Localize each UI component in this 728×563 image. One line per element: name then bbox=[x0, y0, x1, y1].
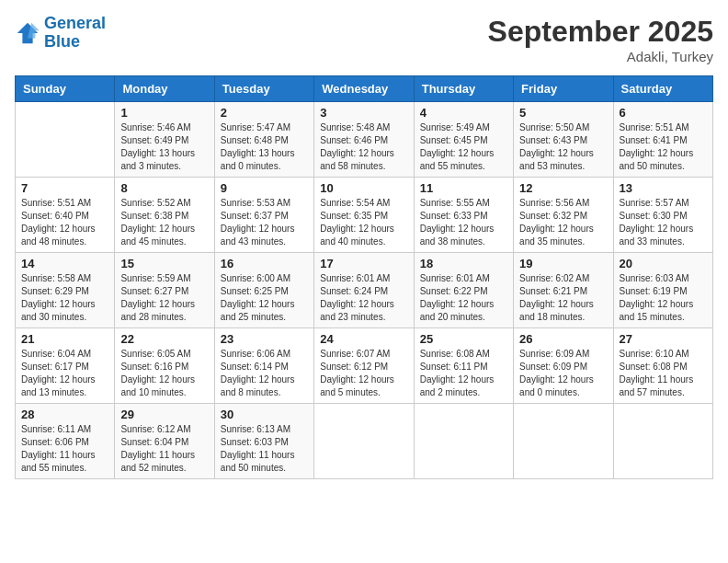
day-cell: 5Sunrise: 5:50 AM Sunset: 6:43 PM Daylig… bbox=[514, 102, 613, 178]
header-wednesday: Wednesday bbox=[314, 76, 414, 102]
day-cell: 25Sunrise: 6:08 AM Sunset: 6:11 PM Dayli… bbox=[414, 328, 513, 404]
day-info: Sunrise: 5:54 AM Sunset: 6:35 PM Dayligh… bbox=[320, 197, 407, 248]
day-cell bbox=[613, 404, 712, 479]
day-cell: 13Sunrise: 5:57 AM Sunset: 6:30 PM Dayli… bbox=[613, 178, 712, 253]
header-thursday: Thursday bbox=[414, 76, 513, 102]
day-cell: 24Sunrise: 6:07 AM Sunset: 6:12 PM Dayli… bbox=[314, 328, 414, 404]
week-row-5: 28Sunrise: 6:11 AM Sunset: 6:06 PM Dayli… bbox=[16, 404, 713, 479]
day-info: Sunrise: 5:51 AM Sunset: 6:40 PM Dayligh… bbox=[21, 197, 108, 248]
day-number: 11 bbox=[420, 181, 507, 195]
header-sunday: Sunday bbox=[16, 76, 115, 102]
day-info: Sunrise: 5:50 AM Sunset: 6:43 PM Dayligh… bbox=[519, 121, 607, 173]
day-cell: 6Sunrise: 5:51 AM Sunset: 6:41 PM Daylig… bbox=[613, 102, 712, 178]
day-info: Sunrise: 6:02 AM Sunset: 6:21 PM Dayligh… bbox=[519, 272, 607, 324]
day-info: Sunrise: 5:59 AM Sunset: 6:27 PM Dayligh… bbox=[120, 272, 208, 324]
day-cell: 28Sunrise: 6:11 AM Sunset: 6:06 PM Dayli… bbox=[16, 404, 115, 479]
day-info: Sunrise: 5:57 AM Sunset: 6:30 PM Dayligh… bbox=[620, 197, 707, 248]
day-number: 3 bbox=[320, 106, 407, 120]
page-header: General Blue September 2025 Adakli, Turk… bbox=[15, 15, 713, 64]
day-cell bbox=[16, 102, 115, 178]
logo-line1: General bbox=[44, 14, 106, 32]
day-number: 15 bbox=[120, 257, 208, 270]
header-row: SundayMondayTuesdayWednesdayThursdayFrid… bbox=[16, 76, 713, 102]
day-number: 4 bbox=[420, 106, 507, 120]
day-cell: 23Sunrise: 6:06 AM Sunset: 6:14 PM Dayli… bbox=[214, 328, 313, 404]
day-cell: 2Sunrise: 5:47 AM Sunset: 6:48 PM Daylig… bbox=[214, 102, 313, 178]
day-number: 16 bbox=[221, 257, 308, 270]
header-tuesday: Tuesday bbox=[214, 76, 313, 102]
header-saturday: Saturday bbox=[613, 76, 712, 102]
day-cell: 26Sunrise: 6:09 AM Sunset: 6:09 PM Dayli… bbox=[514, 328, 613, 404]
month-title: September 2025 bbox=[488, 15, 713, 49]
day-number: 26 bbox=[519, 332, 607, 346]
week-row-2: 7Sunrise: 5:51 AM Sunset: 6:40 PM Daylig… bbox=[16, 178, 713, 253]
day-number: 5 bbox=[519, 106, 607, 120]
day-number: 14 bbox=[21, 257, 108, 270]
day-number: 2 bbox=[221, 106, 308, 120]
day-cell: 4Sunrise: 5:49 AM Sunset: 6:45 PM Daylig… bbox=[414, 102, 513, 178]
day-number: 30 bbox=[221, 408, 308, 421]
day-number: 7 bbox=[21, 181, 108, 195]
day-info: Sunrise: 5:46 AM Sunset: 6:49 PM Dayligh… bbox=[120, 121, 208, 173]
week-row-4: 21Sunrise: 6:04 AM Sunset: 6:17 PM Dayli… bbox=[16, 328, 713, 404]
day-cell: 3Sunrise: 5:48 AM Sunset: 6:46 PM Daylig… bbox=[314, 102, 414, 178]
day-cell: 18Sunrise: 6:01 AM Sunset: 6:22 PM Dayli… bbox=[414, 253, 513, 328]
day-number: 10 bbox=[320, 181, 407, 195]
day-info: Sunrise: 5:51 AM Sunset: 6:41 PM Dayligh… bbox=[620, 121, 707, 173]
day-info: Sunrise: 5:48 AM Sunset: 6:46 PM Dayligh… bbox=[320, 121, 407, 173]
day-info: Sunrise: 6:03 AM Sunset: 6:19 PM Dayligh… bbox=[620, 272, 707, 324]
day-info: Sunrise: 6:01 AM Sunset: 6:22 PM Dayligh… bbox=[420, 272, 507, 324]
day-cell: 27Sunrise: 6:10 AM Sunset: 6:08 PM Dayli… bbox=[613, 328, 712, 404]
day-cell: 8Sunrise: 5:52 AM Sunset: 6:38 PM Daylig… bbox=[115, 178, 214, 253]
day-cell: 12Sunrise: 5:56 AM Sunset: 6:32 PM Dayli… bbox=[514, 178, 613, 253]
day-number: 17 bbox=[320, 257, 407, 270]
day-number: 22 bbox=[120, 332, 208, 346]
day-number: 23 bbox=[221, 332, 308, 346]
day-cell bbox=[314, 404, 414, 479]
day-number: 13 bbox=[620, 181, 707, 195]
day-cell: 17Sunrise: 6:01 AM Sunset: 6:24 PM Dayli… bbox=[314, 253, 414, 328]
day-cell: 29Sunrise: 6:12 AM Sunset: 6:04 PM Dayli… bbox=[115, 404, 214, 479]
day-info: Sunrise: 6:06 AM Sunset: 6:14 PM Dayligh… bbox=[221, 348, 308, 399]
day-info: Sunrise: 6:13 AM Sunset: 6:03 PM Dayligh… bbox=[221, 423, 308, 475]
day-number: 19 bbox=[519, 257, 607, 270]
day-cell: 30Sunrise: 6:13 AM Sunset: 6:03 PM Dayli… bbox=[214, 404, 313, 479]
day-info: Sunrise: 6:09 AM Sunset: 6:09 PM Dayligh… bbox=[519, 348, 607, 399]
day-number: 21 bbox=[21, 332, 108, 346]
day-number: 18 bbox=[420, 257, 507, 270]
day-info: Sunrise: 5:53 AM Sunset: 6:37 PM Dayligh… bbox=[221, 197, 308, 248]
day-cell: 9Sunrise: 5:53 AM Sunset: 6:37 PM Daylig… bbox=[214, 178, 313, 253]
day-number: 6 bbox=[620, 106, 707, 120]
day-cell: 15Sunrise: 5:59 AM Sunset: 6:27 PM Dayli… bbox=[115, 253, 214, 328]
day-cell: 16Sunrise: 6:00 AM Sunset: 6:25 PM Dayli… bbox=[214, 253, 313, 328]
day-cell: 11Sunrise: 5:55 AM Sunset: 6:33 PM Dayli… bbox=[414, 178, 513, 253]
header-friday: Friday bbox=[514, 76, 613, 102]
day-number: 27 bbox=[620, 332, 707, 346]
day-cell: 20Sunrise: 6:03 AM Sunset: 6:19 PM Dayli… bbox=[613, 253, 712, 328]
day-number: 1 bbox=[120, 106, 208, 120]
day-cell bbox=[514, 404, 613, 479]
day-info: Sunrise: 5:58 AM Sunset: 6:29 PM Dayligh… bbox=[21, 272, 108, 324]
header-monday: Monday bbox=[115, 76, 214, 102]
day-cell: 7Sunrise: 5:51 AM Sunset: 6:40 PM Daylig… bbox=[16, 178, 115, 253]
calendar-header: SundayMondayTuesdayWednesdayThursdayFrid… bbox=[16, 76, 713, 102]
day-info: Sunrise: 6:10 AM Sunset: 6:08 PM Dayligh… bbox=[620, 348, 707, 399]
week-row-3: 14Sunrise: 5:58 AM Sunset: 6:29 PM Dayli… bbox=[16, 253, 713, 328]
day-info: Sunrise: 6:01 AM Sunset: 6:24 PM Dayligh… bbox=[320, 272, 407, 324]
day-cell: 1Sunrise: 5:46 AM Sunset: 6:49 PM Daylig… bbox=[115, 102, 214, 178]
day-number: 8 bbox=[120, 181, 208, 195]
week-row-1: 1Sunrise: 5:46 AM Sunset: 6:49 PM Daylig… bbox=[16, 102, 713, 178]
day-info: Sunrise: 6:04 AM Sunset: 6:17 PM Dayligh… bbox=[21, 348, 108, 399]
day-info: Sunrise: 5:47 AM Sunset: 6:48 PM Dayligh… bbox=[221, 121, 308, 173]
location: Adakli, Turkey bbox=[488, 49, 713, 64]
title-block: September 2025 Adakli, Turkey bbox=[488, 15, 713, 64]
calendar-table: SundayMondayTuesdayWednesdayThursdayFrid… bbox=[15, 75, 713, 479]
logo: General Blue bbox=[15, 15, 106, 52]
day-number: 12 bbox=[519, 181, 607, 195]
day-info: Sunrise: 5:52 AM Sunset: 6:38 PM Dayligh… bbox=[120, 197, 208, 248]
logo-line2: Blue bbox=[44, 32, 80, 51]
day-number: 9 bbox=[221, 181, 308, 195]
day-number: 29 bbox=[120, 408, 208, 421]
day-number: 25 bbox=[420, 332, 507, 346]
day-number: 28 bbox=[21, 408, 108, 421]
